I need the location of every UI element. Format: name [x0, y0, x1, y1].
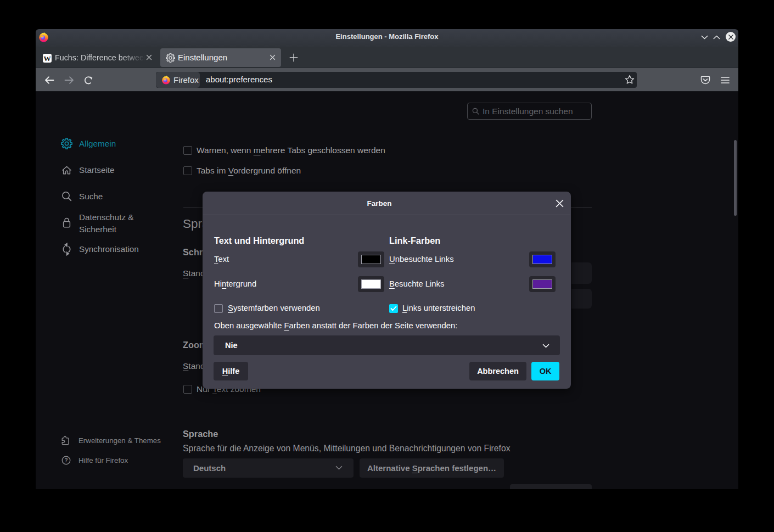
svg-text:?: ? [64, 457, 68, 463]
